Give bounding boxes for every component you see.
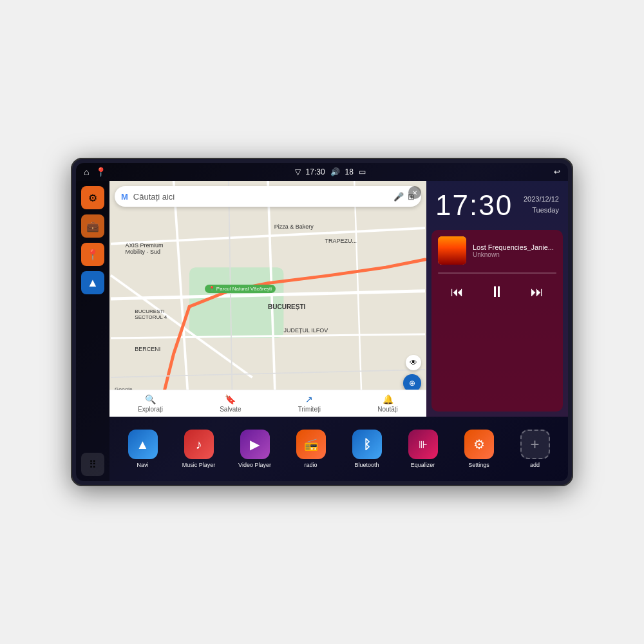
app-equalizer[interactable]: ⊪ Equalizer (404, 430, 442, 468)
clock-section: 17:30 2023/12/12 Tuesday (426, 181, 568, 225)
sidebar: ⚙ 💼 📍 ▲ ⠿ (76, 181, 109, 481)
app-radio[interactable]: 📻 radio (292, 430, 330, 468)
battery-level: 18 (345, 167, 354, 176)
sidebar-files-button[interactable]: 💼 (81, 214, 104, 238)
navi-icon: ▲ (128, 430, 158, 459)
settings-symbol: ⚙ (473, 437, 485, 452)
music-album-art (438, 236, 466, 265)
sidebar-settings-button[interactable]: ⚙ (81, 186, 104, 209)
music-info: Lost Frequencies_Janie... Unknown (438, 236, 556, 265)
crosshair-icon: ⊕ (409, 379, 415, 388)
app-bluetooth[interactable]: ᛒ Bluetooth (348, 430, 386, 468)
music-title: Lost Frequencies_Janie... (473, 243, 556, 251)
clock-date: 2023/12/12 Tuesday (524, 191, 559, 215)
app-video-player[interactable]: ▶ Video Player (236, 430, 274, 468)
map-share-button[interactable]: ↗ Trimiteți (298, 394, 321, 413)
video-player-label: Video Player (238, 462, 271, 468)
radio-icon: 📻 (296, 430, 326, 459)
location-icon[interactable]: 📍 (95, 167, 106, 177)
app-music-player[interactable]: ♪ Music Player (180, 430, 218, 468)
explore-icon: 🔍 (145, 394, 156, 404)
music-prev-button[interactable]: ⏮ (448, 282, 466, 302)
add-app-icon: + (520, 430, 550, 459)
volume-icon: 🔊 (330, 167, 340, 176)
briefcase-icon: 💼 (86, 220, 99, 232)
navi-symbol: ▲ (137, 437, 149, 452)
search-text: Căutați aici (133, 192, 388, 202)
music-pause-button[interactable]: ⏸ (487, 280, 507, 303)
app-add[interactable]: + add (516, 430, 554, 468)
add-symbol: + (530, 435, 539, 453)
status-bar: ⌂ 📍 ▽ 17:30 🔊 18 ▭ ↩ (76, 163, 568, 181)
music-player-label: Music Player (182, 462, 216, 468)
app-navi[interactable]: ▲ Navi (124, 430, 162, 468)
back-icon[interactable]: ↩ (554, 167, 560, 176)
navigation-icon: ▲ (87, 276, 99, 290)
battery-icon: ▭ (359, 167, 366, 176)
status-center: ▽ 17:30 🔊 18 ▭ (295, 167, 366, 176)
video-player-icon: ▶ (240, 430, 270, 459)
svg-line-1 (111, 228, 425, 243)
saved-icon: 🔖 (225, 394, 236, 404)
album-art-visual (438, 236, 466, 265)
map-container[interactable]: M Căutați aici 🎤 ⊞ ✕ AXIS PremiumMobilit… (109, 181, 426, 417)
map-close-button[interactable]: ✕ (408, 186, 421, 199)
home-icon[interactable]: ⌂ (84, 167, 89, 177)
status-right: ↩ (554, 167, 560, 176)
sidebar-map-button[interactable]: 📍 (81, 243, 104, 266)
saved-label: Salvate (220, 406, 241, 413)
music-details: Lost Frequencies_Janie... Unknown (473, 243, 556, 258)
map-bottom-bar: 🔍 Explorați 🔖 Salvate ↗ Trimiteți (109, 390, 426, 417)
share-label: Trimiteți (298, 406, 321, 413)
map-eye-button[interactable]: 👁 (406, 355, 421, 370)
radio-symbol: 📻 (304, 437, 318, 451)
video-symbol: ▶ (250, 437, 260, 452)
navi-label: Navi (137, 462, 148, 468)
settings-app-icon: ⚙ (464, 430, 494, 459)
bluetooth-label: Bluetooth (354, 462, 379, 468)
explore-label: Explorați (138, 406, 163, 413)
wifi-icon: ▽ (295, 167, 301, 176)
grid-icon: ⠿ (89, 459, 97, 471)
map-explore-button[interactable]: 🔍 Explorați (138, 394, 163, 413)
svg-line-6 (354, 181, 362, 417)
news-icon: 🔔 (383, 394, 393, 404)
info-panel: 17:30 2023/12/12 Tuesday (426, 181, 568, 417)
map-news-button[interactable]: 🔔 Noutăți (377, 394, 398, 413)
share-icon: ↗ (305, 394, 313, 404)
svg-line-8 (111, 370, 425, 377)
settings-icon: ⚙ (88, 192, 97, 204)
clock-date-line2: Tuesday (524, 205, 559, 216)
sidebar-navi-button[interactable]: ▲ (81, 271, 104, 294)
map-saved-button[interactable]: 🔖 Salvate (220, 394, 241, 413)
map-svg (109, 181, 426, 417)
eq-symbol: ⊪ (419, 439, 428, 451)
apps-section: ▲ Navi ♪ Music Player ▶ V (109, 417, 568, 481)
map-search-bar[interactable]: M Căutați aici 🎤 ⊞ (115, 186, 421, 207)
clock-date-line1: 2023/12/12 (524, 194, 559, 205)
bluetooth-symbol: ᛒ (363, 437, 371, 452)
music-symbol: ♪ (196, 437, 202, 452)
device-screen: ⌂ 📍 ▽ 17:30 🔊 18 ▭ ↩ ⚙ 💼 (76, 163, 568, 481)
music-progress-bar[interactable] (438, 272, 556, 274)
mic-icon[interactable]: 🎤 (393, 192, 404, 202)
music-section: Lost Frequencies_Janie... Unknown ⏮ ⏸ ⏭ (431, 230, 563, 412)
clock-time: 17:30 (435, 191, 513, 220)
top-section: M Căutați aici 🎤 ⊞ ✕ AXIS PremiumMobilit… (109, 181, 568, 417)
map-pin-park[interactable]: 📍 Parcul Natural Văcărești (205, 285, 276, 293)
bluetooth-icon: ᛒ (352, 430, 382, 459)
svg-rect-0 (189, 267, 283, 338)
sidebar-apps-button[interactable]: ⠿ (81, 453, 104, 476)
device-frame: ⌂ 📍 ▽ 17:30 🔊 18 ▭ ↩ ⚙ 💼 (71, 158, 573, 486)
music-next-button[interactable]: ⏭ (528, 282, 546, 302)
app-settings[interactable]: ⚙ Settings (460, 430, 498, 468)
news-label: Noutăți (377, 406, 398, 413)
equalizer-icon: ⊪ (408, 430, 438, 459)
map-background: M Căutați aici 🎤 ⊞ ✕ AXIS PremiumMobilit… (109, 181, 426, 417)
status-left: ⌂ 📍 (84, 167, 106, 177)
google-maps-icon: M (121, 192, 128, 202)
main-content: ⚙ 💼 📍 ▲ ⠿ (76, 181, 568, 481)
equalizer-label: Equalizer (411, 462, 435, 468)
radio-label: radio (304, 462, 317, 468)
center-area: M Căutați aici 🎤 ⊞ ✕ AXIS PremiumMobilit… (109, 181, 568, 481)
